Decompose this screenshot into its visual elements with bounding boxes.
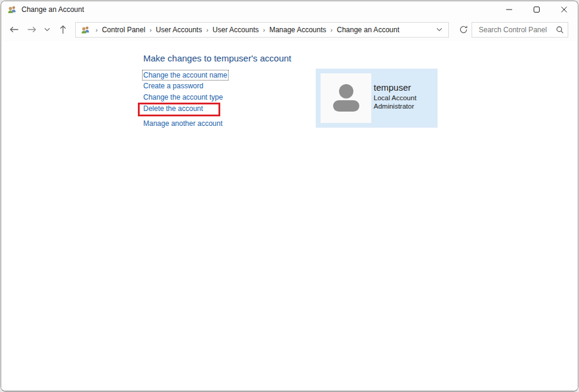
link-manage-another-account[interactable]: Manage another account	[143, 119, 223, 128]
forward-button[interactable]	[23, 21, 41, 39]
page-title: Make changes to tempuser's account	[143, 53, 291, 63]
chevron-down-icon	[44, 27, 50, 32]
address-dropdown-button[interactable]	[433, 23, 446, 37]
account-tile[interactable]: tempuser Local Account Administrator	[316, 69, 438, 128]
breadcrumb-item-control-panel[interactable]: Control Panel	[102, 26, 146, 34]
breadcrumb-separator	[258, 26, 269, 33]
close-icon	[560, 6, 568, 13]
refresh-icon	[459, 25, 468, 34]
user-accounts-app-icon	[7, 5, 17, 14]
account-role: Administrator	[374, 102, 417, 110]
link-create-password[interactable]: Create a password	[143, 82, 204, 90]
up-icon	[58, 24, 67, 35]
forward-icon	[27, 25, 37, 34]
maximize-icon	[533, 6, 540, 13]
titlebar: Change an Account	[1, 1, 578, 18]
chevron-down-icon	[436, 27, 442, 32]
maximize-button[interactable]	[523, 1, 550, 18]
breadcrumb: Control Panel User Accounts User Account…	[75, 22, 449, 38]
search-box	[472, 22, 568, 38]
link-change-account-name[interactable]: Change the account name	[143, 71, 227, 79]
avatar	[321, 73, 371, 123]
link-change-account-type[interactable]: Change the account type	[143, 93, 223, 101]
back-icon	[9, 25, 19, 34]
back-button[interactable]	[5, 21, 23, 39]
minimize-icon	[506, 6, 513, 13]
breadcrumb-separator	[202, 26, 212, 33]
close-button[interactable]	[550, 1, 578, 18]
navigation-bar: Control Panel User Accounts User Account…	[1, 18, 578, 41]
breadcrumb-separator	[91, 26, 102, 33]
up-button[interactable]	[54, 21, 72, 39]
account-type: Local Account	[374, 94, 417, 102]
refresh-button[interactable]	[455, 21, 472, 38]
minimize-button[interactable]	[495, 1, 523, 18]
breadcrumb-item-manage-accounts[interactable]: Manage Accounts	[269, 26, 326, 34]
person-icon	[328, 80, 365, 117]
user-accounts-location-icon	[81, 25, 90, 35]
link-delete-account[interactable]: Delete the account	[143, 104, 203, 113]
search-input[interactable]	[478, 25, 556, 35]
account-info: tempuser Local Account Administrator	[374, 82, 417, 110]
recent-pages-button[interactable]	[41, 21, 54, 39]
control-panel-window: Change an Account	[1, 1, 578, 391]
search-icon[interactable]	[556, 26, 564, 34]
main-content: Make changes to tempuser's account Chang…	[1, 41, 578, 391]
breadcrumb-separator	[145, 26, 156, 33]
breadcrumb-item-user-accounts[interactable]: User Accounts	[156, 26, 202, 34]
breadcrumb-separator	[327, 26, 337, 33]
window-title: Change an Account	[21, 5, 84, 14]
account-name: tempuser	[374, 82, 417, 94]
breadcrumb-item-change-an-account[interactable]: Change an Account	[337, 26, 399, 34]
breadcrumb-item-user-accounts-2[interactable]: User Accounts	[212, 26, 258, 34]
